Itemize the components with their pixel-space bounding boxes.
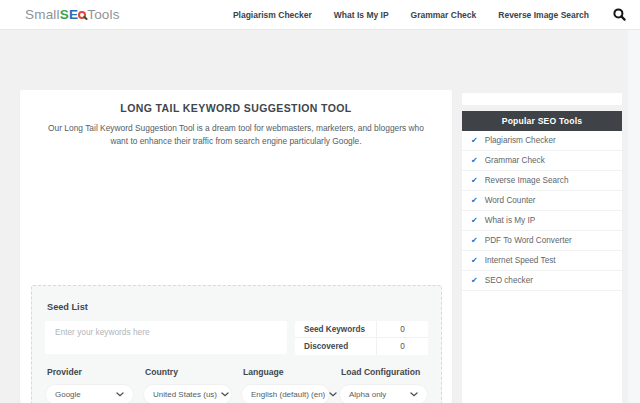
search-button[interactable]	[613, 8, 626, 21]
language-select[interactable]: English (default) (en)	[241, 384, 330, 403]
logo-letter-e: E	[69, 7, 78, 22]
stat-row-discovered: Discovered 0	[295, 338, 428, 355]
header-nav: Plagiarism Checker What Is My IP Grammar…	[233, 8, 626, 21]
keyword-tool-form: Seed List Seed Keywords 0 Discovered 0 P	[31, 285, 442, 403]
sidebar-item-internet-speed-test[interactable]: ✔ Internet Speed Test	[462, 251, 622, 271]
magnifier-o-icon	[78, 11, 86, 19]
checkmark-icon: ✔	[471, 136, 478, 145]
country-label: Country	[143, 367, 232, 377]
site-logo[interactable]: SmallSETools	[25, 7, 120, 22]
seed-keywords-value: 0	[376, 321, 428, 337]
sidebar-item-plagiarism-checker[interactable]: ✔ Plagiarism Checker	[462, 131, 622, 151]
sidebar-item-word-counter[interactable]: ✔ Word Counter	[462, 191, 622, 211]
sidebar-item-label: Plagiarism Checker	[485, 136, 556, 145]
sidebar-item-label: Reverse Image Search	[485, 176, 569, 185]
options-row: Provider Google Country United States (u…	[45, 367, 428, 403]
load-configuration-value: Alpha only	[349, 390, 386, 399]
sidebar-item-grammar-check[interactable]: ✔ Grammar Check	[462, 151, 622, 171]
popular-tools-list: ✔ Plagiarism Checker ✔ Grammar Check ✔ R…	[462, 131, 622, 403]
checkmark-icon: ✔	[471, 236, 478, 245]
checkmark-icon: ✔	[471, 256, 478, 265]
sidebar-item-what-is-my-ip[interactable]: ✔ What is My IP	[462, 211, 622, 231]
language-label: Language	[241, 367, 330, 377]
page-title: LONG TAIL KEYWORD SUGGESTION TOOL	[20, 102, 452, 114]
checkmark-icon: ✔	[471, 196, 478, 205]
sidebar-item-pdf-to-word-converter[interactable]: ✔ PDF To Word Converter	[462, 231, 622, 251]
checkmark-icon: ✔	[471, 216, 478, 225]
sidebar-item-label: Grammar Check	[485, 156, 545, 165]
nav-plagiarism-checker[interactable]: Plagiarism Checker	[233, 10, 312, 20]
chevron-down-icon	[329, 392, 337, 397]
language-value: English (default) (en)	[251, 390, 325, 399]
sidebar-item-label: What is My IP	[485, 216, 536, 225]
ad-placeholder	[462, 93, 622, 105]
sidebar-item-label: Internet Speed Test	[485, 256, 556, 265]
seed-stats-table: Seed Keywords 0 Discovered 0	[295, 321, 428, 355]
logo-text-small: Small	[25, 7, 60, 22]
stat-row-seed-keywords: Seed Keywords 0	[295, 321, 428, 338]
seed-list-label: Seed List	[47, 302, 428, 312]
tool-main-card: LONG TAIL KEYWORD SUGGESTION TOOL Our Lo…	[20, 90, 452, 403]
sidebar-item-reverse-image-search[interactable]: ✔ Reverse Image Search	[462, 171, 622, 191]
nav-grammar-check[interactable]: Grammar Check	[411, 10, 477, 20]
checkmark-icon: ✔	[471, 156, 478, 165]
nav-what-is-my-ip[interactable]: What Is My IP	[334, 10, 389, 20]
keywords-input[interactable]	[45, 321, 287, 354]
provider-group: Provider Google	[45, 367, 134, 403]
chevron-down-icon	[410, 392, 418, 397]
sidebar-item-seo-checker[interactable]: ✔ SEO checker	[462, 271, 622, 291]
content-area: LONG TAIL KEYWORD SUGGESTION TOOL Our Lo…	[20, 90, 622, 403]
page-scrollbar[interactable]	[628, 30, 640, 403]
discovered-label: Discovered	[295, 342, 376, 351]
sidebar-item-label: Word Counter	[485, 196, 536, 205]
provider-value: Google	[55, 390, 81, 399]
chevron-down-icon	[116, 392, 124, 397]
page-description: Our Long Tail Keyword Suggestion Tool is…	[46, 122, 426, 147]
checkmark-icon: ✔	[471, 176, 478, 185]
search-icon	[613, 8, 626, 21]
country-group: Country United States (us)	[143, 367, 232, 403]
top-header: SmallSETools Plagiarism Checker What Is …	[0, 0, 640, 30]
country-select[interactable]: United States (us)	[143, 384, 232, 403]
load-configuration-group: Load Configuration Alpha only	[339, 367, 428, 403]
logo-text-tools: Tools	[87, 7, 120, 22]
seed-input-row: Seed Keywords 0 Discovered 0	[45, 321, 428, 355]
seed-keywords-label: Seed Keywords	[295, 325, 376, 334]
popular-seo-tools-header: Popular SEO Tools	[462, 111, 622, 131]
checkmark-icon: ✔	[471, 276, 478, 285]
sidebar-item-label: PDF To Word Converter	[485, 236, 572, 245]
language-group: Language English (default) (en)	[241, 367, 330, 403]
provider-label: Provider	[45, 367, 134, 377]
chevron-down-icon	[221, 392, 229, 397]
country-value: United States (us)	[153, 390, 217, 399]
provider-select[interactable]: Google	[45, 384, 134, 403]
sidebar-item-label: SEO checker	[485, 276, 533, 285]
nav-reverse-image-search[interactable]: Reverse Image Search	[498, 10, 589, 20]
logo-letter-s: S	[60, 7, 69, 22]
load-configuration-select[interactable]: Alpha only	[339, 384, 428, 403]
discovered-value: 0	[376, 338, 428, 355]
load-configuration-label: Load Configuration	[339, 367, 428, 377]
right-sidebar: Popular SEO Tools ✔ Plagiarism Checker ✔…	[462, 90, 622, 403]
